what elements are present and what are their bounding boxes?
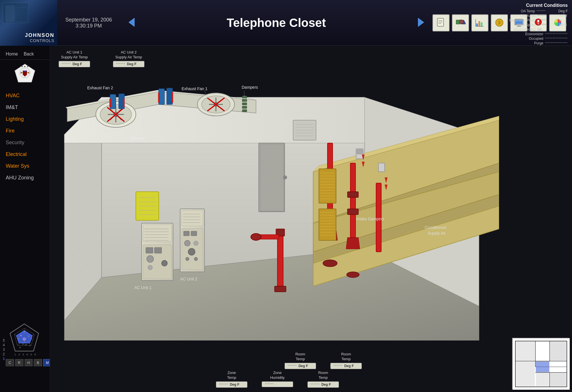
room-temp1-value: ******: [311, 383, 320, 386]
next-arrow[interactable]: [415, 17, 427, 29]
sidebar-item-imt[interactable]: IM&T: [0, 102, 50, 113]
svg-rect-188: [350, 163, 355, 237]
prev-arrow[interactable]: [126, 17, 137, 29]
zone-temp-group: Zone Temp ****** Deg F: [216, 371, 247, 388]
svg-text:4: 4: [20, 334, 21, 337]
room-svg: Exhaust Fan 1 Exhaust Fan 2 Exhaust Damp…: [50, 63, 499, 340]
svg-point-229: [251, 233, 261, 240]
btn-c[interactable]: C: [6, 359, 14, 366]
toolbar-btn-documents[interactable]: [432, 14, 450, 31]
svg-rect-225: [277, 235, 283, 286]
sidebar-item-security[interactable]: Security: [0, 137, 50, 149]
sidebar-item-electrical[interactable]: Electrical: [0, 149, 50, 160]
nav-top: Home Back: [0, 49, 50, 60]
home-link[interactable]: Home: [6, 52, 18, 57]
map-panel[interactable]: [512, 338, 569, 389]
pentagon-nav-svg[interactable]: 5 6 7 8 9 1 10 2 3 4 1 2 3 4 5 6: [7, 322, 41, 360]
svg-rect-2: [16, 7, 27, 21]
zone-humidity-value-box[interactable]: ******: [262, 381, 293, 387]
room-temp3-label: Room Temp: [341, 352, 351, 362]
room-temp1-label: Room Temp: [318, 371, 328, 380]
svg-rect-5: [437, 18, 444, 26]
svg-point-192: [347, 272, 359, 278]
wind-speed-value: ******: [537, 23, 557, 27]
zone-sensors-row2: Room Temp ****** Deg F Room Temp ****** …: [285, 352, 362, 369]
electrical-label: Electrical: [6, 151, 27, 157]
svg-rect-167: [182, 210, 203, 226]
room-temp3-value-box[interactable]: ****** Deg F: [330, 363, 362, 369]
pentagon-logo: ★ ★ ★: [13, 63, 36, 86]
svg-rect-255: [516, 362, 535, 386]
condition-economizer: Economizer ***************: [479, 32, 568, 36]
zone-temp-unit: Deg F: [230, 383, 239, 387]
zone-temp-value-box[interactable]: ****** Deg F: [216, 381, 247, 388]
date-display: September 19, 2006: [60, 17, 117, 23]
occupied-value: ***************: [545, 37, 568, 40]
svg-text:6: 6: [34, 353, 36, 356]
svg-rect-251: [516, 342, 535, 361]
svg-text:6: 6: [31, 338, 32, 340]
svg-marker-189: [346, 237, 360, 249]
sidebar-item-watersys[interactable]: Water Sys: [0, 160, 50, 172]
btn-h[interactable]: H: [25, 359, 33, 366]
btn-r[interactable]: R: [15, 359, 23, 366]
svg-point-191: [323, 260, 337, 267]
conditions-title: Current Conditions: [479, 3, 568, 8]
security-label: Security: [6, 140, 24, 145]
sidebar-item-ahuzoning[interactable]: AHU Zoning: [0, 172, 50, 184]
svg-rect-146: [158, 93, 160, 103]
logo-line2: CONTROLS: [25, 38, 54, 43]
floor-numbers: 5 4 3 2 1: [3, 338, 5, 361]
room-temp1-value-box[interactable]: ****** Deg F: [307, 381, 339, 388]
wind-speed-unit: MPH: [559, 23, 568, 27]
back-link[interactable]: Back: [24, 52, 34, 57]
svg-text:5: 5: [23, 330, 25, 333]
svg-text:9: 9: [22, 343, 23, 345]
purge-label: Purge: [512, 41, 543, 45]
wind-dir-value: NE: [537, 28, 557, 31]
svg-point-11: [459, 20, 463, 24]
room-temp2-group: Room Temp ****** Deg F: [285, 352, 316, 369]
zone-temp-value: ******: [219, 383, 228, 386]
oa-temp-unit: Deg F: [558, 9, 568, 13]
svg-rect-254: [550, 373, 566, 386]
bottom-nav-buttons: C R H B M: [6, 359, 51, 366]
occupied-label: Occupied: [512, 37, 543, 41]
svg-marker-4: [418, 18, 424, 27]
svg-rect-220: [378, 163, 385, 172]
svg-text:Conditioned: Conditioned: [425, 225, 446, 230]
floor-2: 2: [3, 352, 5, 356]
zone-humidity-group: Zone Humidity ******: [262, 371, 293, 387]
baro-unit: in: [559, 18, 568, 22]
svg-point-164: [148, 265, 152, 270]
sidebar-item-hvac[interactable]: HVAC: [0, 90, 50, 102]
toolbar-btn-shapes[interactable]: [452, 14, 469, 31]
btn-b[interactable]: B: [34, 359, 42, 366]
svg-marker-3: [129, 18, 134, 27]
svg-rect-219: [357, 150, 362, 154]
condition-wind-speed: Wind Speed ****** MPH: [479, 23, 568, 27]
svg-rect-147: [172, 92, 173, 103]
svg-point-178: [186, 257, 189, 261]
svg-text:Exhaust: Exhaust: [130, 136, 145, 140]
economizer-label: Economizer: [512, 32, 543, 36]
pentagon-svg: ★ ★ ★: [13, 63, 36, 86]
condition-purge: Purge ***************: [479, 41, 568, 45]
room-temp2-label: Room Temp: [295, 352, 305, 362]
zone-temp-label: Zone Temp: [227, 371, 236, 380]
svg-rect-151: [242, 106, 247, 108]
title-area: Telephone Closet: [137, 16, 415, 30]
floor-1: 1: [3, 357, 5, 361]
economizer-value: ***************: [545, 32, 568, 36]
svg-text:5: 5: [30, 353, 32, 356]
svg-rect-196: [347, 209, 358, 215]
sidebar-item-lighting[interactable]: Lighting: [0, 113, 50, 125]
pentagon-building-nav[interactable]: 5 6 7 8 9 1 10 2 3 4 1 2 3 4 5 6: [7, 322, 41, 361]
sidebar-item-fire[interactable]: Fire: [0, 125, 50, 137]
svg-rect-154: [143, 225, 172, 242]
svg-text:4: 4: [26, 353, 28, 356]
baro-label: Barometric Press: [504, 18, 536, 22]
svg-rect-150: [242, 103, 247, 105]
room-temp2-value-box[interactable]: ****** Deg F: [285, 363, 316, 369]
zone-humidity-label: Zone Humidity: [270, 371, 285, 380]
